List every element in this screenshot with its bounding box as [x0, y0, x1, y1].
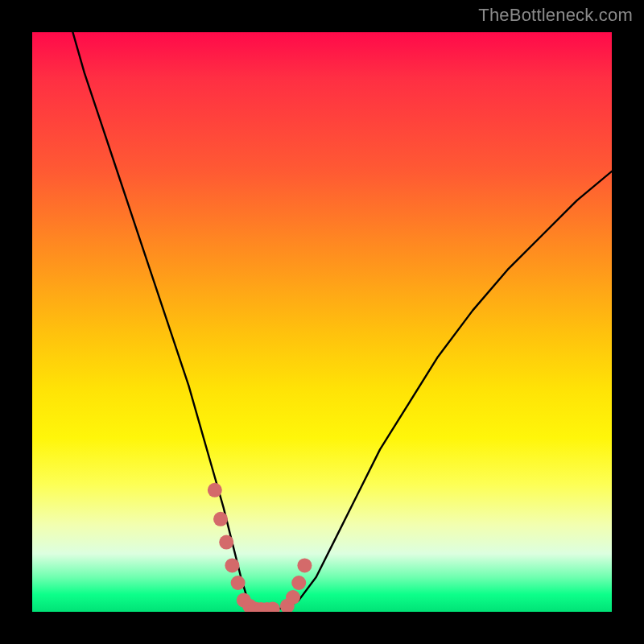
- optimal-marker: [225, 558, 239, 572]
- chart-frame: TheBottleneck.com: [0, 0, 644, 644]
- optimal-marker: [297, 558, 312, 572]
- near-optimal-markers: [208, 483, 312, 612]
- optimal-marker: [286, 590, 300, 605]
- optimal-marker: [208, 483, 222, 497]
- optimal-marker: [219, 535, 233, 550]
- chart-overlay: [32, 32, 612, 612]
- bottleneck-curve: [72, 32, 612, 610]
- optimal-marker: [213, 512, 228, 526]
- optimal-marker: [291, 576, 306, 590]
- watermark-text: TheBottleneck.com: [478, 5, 633, 26]
- optimal-marker: [231, 576, 246, 590]
- bottleneck-curve-path: [72, 32, 612, 610]
